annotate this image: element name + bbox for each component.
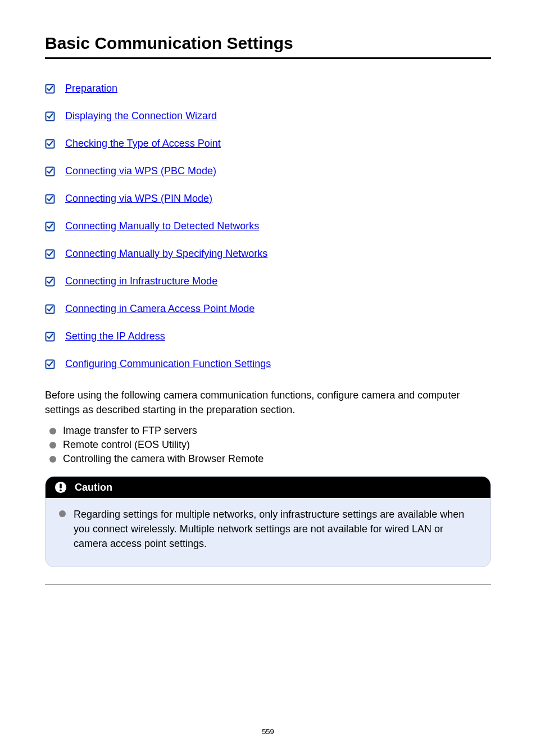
toc-link-preparation[interactable]: Preparation — [65, 83, 117, 94]
toc-link-displaying-wizard[interactable]: Displaying the Connection Wizard — [65, 110, 217, 122]
link-icon — [45, 111, 55, 121]
svg-rect-12 — [60, 484, 62, 488]
list-item: Remote control (EOS Utility) — [45, 439, 491, 451]
link-icon — [45, 304, 55, 314]
bullet-label: Image transfer to FTP servers — [63, 425, 197, 437]
link-icon — [45, 277, 55, 287]
link-icon — [45, 332, 55, 342]
toc-link-ip-address[interactable]: Setting the IP Address — [65, 331, 165, 342]
toc-item: Connecting in Camera Access Point Mode — [45, 303, 491, 315]
toc-link-manual-detected[interactable]: Connecting Manually to Detected Networks — [65, 220, 259, 232]
toc-item: Connecting via WPS (PIN Mode) — [45, 193, 491, 205]
toc-link-wps-pbc[interactable]: Connecting via WPS (PBC Mode) — [65, 165, 216, 177]
caution-header: Caution — [46, 477, 490, 498]
bullet-icon — [49, 442, 56, 449]
link-icon — [45, 166, 55, 176]
toc-item: Displaying the Connection Wizard — [45, 110, 491, 122]
bullet-label: Controlling the camera with Browser Remo… — [63, 453, 264, 465]
caution-body: Regarding settings for multiple networks… — [46, 498, 490, 567]
toc-item: Connecting via WPS (PBC Mode) — [45, 165, 491, 177]
toc-item: Checking the Type of Access Point — [45, 138, 491, 150]
bottom-rule — [45, 584, 491, 585]
toc-item: Configuring Communication Function Setti… — [45, 358, 491, 370]
toc-item: Preparation — [45, 83, 491, 94]
page-title: Basic Communication Settings — [45, 34, 491, 53]
title-rule — [45, 57, 491, 59]
page-number: 559 — [0, 727, 536, 736]
bullet-icon — [49, 428, 56, 434]
link-icon — [45, 359, 55, 369]
intro-paragraph: Before using the following camera commun… — [45, 388, 491, 417]
bullet-icon — [49, 456, 56, 463]
list-item: Image transfer to FTP servers — [45, 425, 491, 437]
feature-bullet-list: Image transfer to FTP servers Remote con… — [45, 425, 491, 465]
toc-link-list: Preparation Displaying the Connection Wi… — [45, 83, 491, 370]
bullet-icon — [59, 510, 66, 517]
caution-icon — [54, 481, 67, 494]
toc-link-camera-ap-mode[interactable]: Connecting in Camera Access Point Mode — [65, 303, 255, 315]
toc-link-checking-ap[interactable]: Checking the Type of Access Point — [65, 138, 221, 150]
link-icon — [45, 139, 55, 149]
link-icon — [45, 194, 55, 204]
toc-item: Connecting Manually to Detected Networks — [45, 220, 491, 232]
svg-point-13 — [60, 490, 62, 492]
toc-item: Connecting Manually by Specifying Networ… — [45, 248, 491, 260]
toc-link-comm-func-settings[interactable]: Configuring Communication Function Setti… — [65, 358, 271, 370]
toc-link-wps-pin[interactable]: Connecting via WPS (PIN Mode) — [65, 193, 212, 205]
toc-link-manual-specifying[interactable]: Connecting Manually by Specifying Networ… — [65, 248, 267, 260]
toc-link-infra-mode[interactable]: Connecting in Infrastructure Mode — [65, 275, 217, 287]
link-icon — [45, 84, 55, 94]
bullet-label: Remote control (EOS Utility) — [63, 439, 190, 451]
caution-box: Caution Regarding settings for multiple … — [45, 476, 491, 567]
link-icon — [45, 249, 55, 259]
caution-text: Regarding settings for multiple networks… — [74, 507, 478, 551]
toc-item: Setting the IP Address — [45, 331, 491, 342]
list-item: Controlling the camera with Browser Remo… — [45, 453, 491, 465]
caution-title: Caution — [75, 482, 112, 494]
toc-item: Connecting in Infrastructure Mode — [45, 275, 491, 287]
link-icon — [45, 221, 55, 232]
